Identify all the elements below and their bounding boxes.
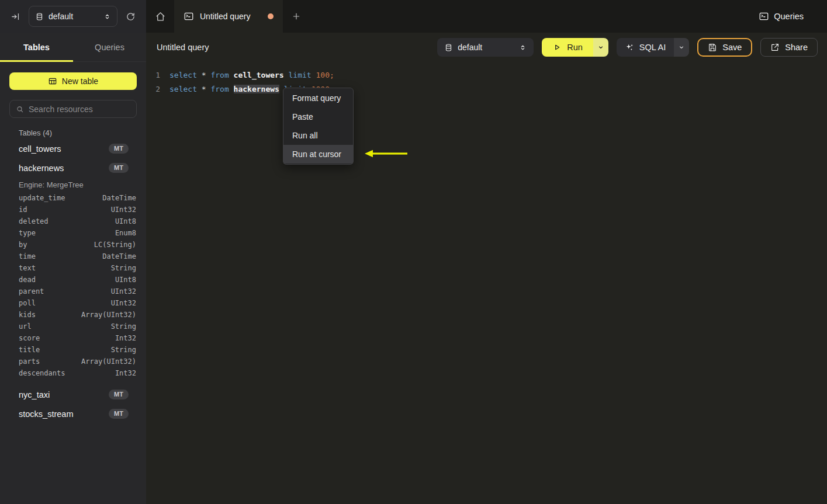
code-token: from xyxy=(210,85,229,93)
column-type: DateTime xyxy=(102,252,136,260)
spacer xyxy=(0,379,146,385)
code-token: * xyxy=(197,85,210,93)
home-icon xyxy=(155,11,166,22)
save-icon xyxy=(708,43,717,52)
code-token: from xyxy=(210,71,229,79)
column-name: parts xyxy=(19,357,81,366)
column-row: update_timeDateTime xyxy=(0,192,146,204)
column-type: Int32 xyxy=(115,334,136,342)
column-type: UInt32 xyxy=(111,206,136,214)
code-token xyxy=(312,71,316,79)
query-header: Untitled query default Run xyxy=(146,33,827,62)
run-split-button: Run xyxy=(542,38,608,57)
column-type: Array(UInt32) xyxy=(81,311,136,319)
column-row: byLC(String) xyxy=(0,239,146,251)
column-name: descendants xyxy=(19,369,115,377)
tab-strip: Untitled query Queries xyxy=(146,0,827,33)
column-type: Enum8 xyxy=(115,229,136,237)
sidebar-tabs: Tables Queries xyxy=(0,33,146,62)
sql-ai-button[interactable]: SQL AI xyxy=(617,38,674,57)
code-token: * xyxy=(197,71,210,79)
column-type: String xyxy=(111,264,136,272)
table-row-hackernews[interactable]: hackernews MT xyxy=(0,158,146,178)
database-selector[interactable]: default xyxy=(29,6,117,27)
database-icon xyxy=(444,43,453,52)
column-name: time xyxy=(19,252,102,260)
search-box xyxy=(9,100,137,118)
engine-label: Engine: MergeTree xyxy=(0,178,146,192)
share-button[interactable]: Share xyxy=(760,38,818,57)
sidebar-tab-tables-label: Tables xyxy=(23,43,50,52)
new-tab-button[interactable] xyxy=(283,0,310,33)
column-type: LC(String) xyxy=(94,241,136,249)
code-token: 100; xyxy=(316,71,334,79)
table-name: hackernews xyxy=(19,164,109,173)
tab-untitled-query[interactable]: Untitled query xyxy=(174,0,283,33)
column-type: UInt8 xyxy=(115,276,136,284)
line-number: 1 xyxy=(146,71,160,79)
run-button[interactable]: Run xyxy=(542,38,593,57)
chevron-updown-icon xyxy=(519,44,527,51)
chevron-down-icon xyxy=(678,44,685,51)
sparkles-icon xyxy=(625,43,634,52)
main-panel: Untitled query default Run xyxy=(146,33,827,504)
sidebar-tab-queries[interactable]: Queries xyxy=(73,33,146,61)
run-options-caret[interactable] xyxy=(593,38,608,57)
queries-button[interactable]: Queries xyxy=(753,0,827,33)
sidebar-tab-tables[interactable]: Tables xyxy=(0,33,73,61)
column-name: by xyxy=(19,241,94,249)
column-row: parentUInt32 xyxy=(0,286,146,297)
new-table-button-label: New table xyxy=(62,77,98,86)
save-button[interactable]: Save xyxy=(697,38,752,57)
sql-editor[interactable]: 1select * from cell_towers limit 100; 2s… xyxy=(146,62,827,504)
column-row: idUInt32 xyxy=(0,204,146,215)
table-row-nyc-taxi[interactable]: nyc_taxi MT xyxy=(0,385,146,404)
editor-context-menu: Format query Paste Run all Run at cursor xyxy=(283,88,354,165)
header-database-selector[interactable]: default xyxy=(437,38,534,57)
code-line-1[interactable]: 1select * from cell_towers limit 100; xyxy=(146,68,827,82)
code-token xyxy=(229,85,234,93)
column-row: descendantsInt32 xyxy=(0,367,146,379)
menu-item-run-all[interactable]: Run all xyxy=(283,126,353,145)
engine-badge: MT xyxy=(109,163,129,173)
column-name: kids xyxy=(19,311,81,319)
table-row-stocks-stream[interactable]: stocks_stream MT xyxy=(0,404,146,423)
search-input[interactable] xyxy=(29,105,130,114)
column-type: UInt32 xyxy=(111,287,136,296)
unsaved-indicator-dot xyxy=(268,13,274,19)
column-row: deletedUInt8 xyxy=(0,215,146,227)
annotation-arrow-left-icon xyxy=(365,149,408,158)
top-bar-left: default xyxy=(0,0,146,33)
top-bar: default Untitled query xyxy=(0,0,827,33)
code-line-2[interactable]: 2select * from hackernews limit 1000 xyxy=(146,82,827,96)
refresh-icon xyxy=(126,12,136,22)
column-name: url xyxy=(19,322,111,331)
table-row-cell-towers[interactable]: cell_towers MT xyxy=(0,139,146,158)
column-type: UInt32 xyxy=(111,299,136,307)
column-name: poll xyxy=(19,299,111,307)
column-name: dead xyxy=(19,276,115,284)
database-selector-value: default xyxy=(49,12,99,21)
column-row: timeDateTime xyxy=(0,251,146,262)
menu-item-format-query[interactable]: Format query xyxy=(283,89,353,107)
column-type: Int32 xyxy=(115,369,136,377)
chevron-down-icon xyxy=(597,44,604,51)
chevron-updown-icon xyxy=(103,13,111,20)
table-name: stocks_stream xyxy=(19,409,109,419)
column-name: title xyxy=(19,346,111,354)
home-button[interactable] xyxy=(146,0,174,33)
table-name: cell_towers xyxy=(19,144,109,154)
code-token: select xyxy=(169,85,197,93)
share-button-label: Share xyxy=(785,43,808,52)
collapse-sidebar-button[interactable] xyxy=(8,9,23,24)
refresh-button[interactable] xyxy=(123,9,138,24)
sql-ai-options-caret[interactable] xyxy=(674,38,689,57)
code-token xyxy=(229,71,234,79)
column-name: id xyxy=(19,206,111,214)
table-name: nyc_taxi xyxy=(19,390,109,399)
sidebar: Tables Queries New table Tables (4) xyxy=(0,33,146,504)
new-table-button[interactable]: New table xyxy=(9,72,137,90)
column-row: titleString xyxy=(0,344,146,356)
menu-item-paste[interactable]: Paste xyxy=(283,107,353,126)
menu-item-run-at-cursor[interactable]: Run at cursor xyxy=(283,145,353,164)
